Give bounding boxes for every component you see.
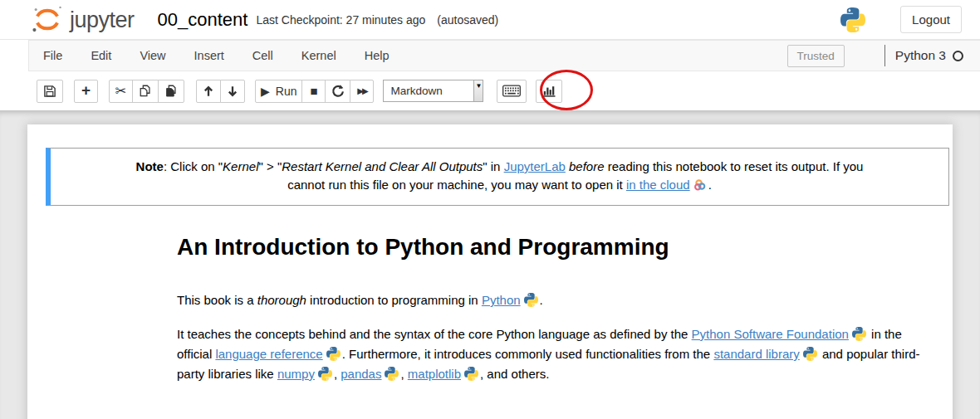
dropdown-strip: ▼ — [473, 80, 483, 101]
notebook-title[interactable]: 00_content — [158, 9, 248, 31]
chevron-down-icon: ▼ — [476, 83, 483, 101]
copy-icon — [138, 84, 153, 99]
trusted-badge[interactable]: Trusted — [787, 45, 845, 67]
save-button[interactable] — [37, 80, 63, 103]
logout-button[interactable]: Logout — [900, 6, 962, 33]
menu-insert[interactable]: Insert — [180, 41, 238, 71]
kernel-idle-icon — [953, 51, 963, 61]
content-link[interactable]: standard library — [713, 347, 818, 361]
description-paragraph: It teaches the concepts behind and the s… — [177, 324, 934, 384]
cut-cell-button[interactable]: ✂ — [109, 80, 133, 103]
stop-icon: ■ — [310, 85, 317, 97]
paste-cell-button[interactable] — [158, 80, 184, 103]
save-icon — [42, 84, 57, 99]
kernel-name: Python 3 — [895, 48, 946, 63]
chart-extension-button[interactable] — [536, 80, 562, 103]
python-icon — [464, 367, 478, 381]
restart-icon — [331, 84, 345, 98]
menu-cell[interactable]: Cell — [238, 41, 287, 71]
jupyter-logo-icon — [32, 3, 63, 37]
interrupt-kernel-button[interactable]: ■ — [301, 80, 326, 103]
scissors-icon: ✂ — [115, 85, 126, 98]
menubar: File Edit View Insert Cell Kernel Help T… — [28, 40, 980, 71]
markdown-cell[interactable]: An Introduction to Python and Programmin… — [177, 235, 934, 384]
run-cell-button[interactable]: ▶ Run — [255, 80, 302, 103]
command-palette-button[interactable] — [497, 80, 527, 103]
notebook-area: Note: Click on "Kernel" > "Restart Kerne… — [0, 110, 980, 419]
checkpoint-status: Last Checkpoint: 27 minutes ago — [256, 13, 425, 27]
restart-run-all-button[interactable]: ▶▶ — [350, 80, 374, 103]
autosave-status: (autosaved) — [437, 13, 498, 27]
python-icon — [852, 327, 866, 341]
play-icon: ▶ — [261, 85, 270, 97]
arrow-up-icon — [202, 85, 215, 98]
bar-chart-icon — [541, 84, 556, 98]
plus-icon: + — [81, 82, 91, 98]
kernel-divider — [884, 45, 885, 66]
content-link[interactable]: language reference — [215, 347, 341, 361]
content-link[interactable]: matplotlib — [408, 367, 480, 381]
menu-help[interactable]: Help — [350, 41, 404, 71]
jupyter-logo[interactable]: jupyter — [32, 3, 135, 37]
menu-kernel[interactable]: Kernel — [287, 41, 350, 71]
python-icon — [524, 293, 538, 307]
jupyter-wordmark: jupyter — [70, 3, 135, 37]
content-link[interactable]: Python Software Foundation — [692, 327, 868, 341]
notebook-header: jupyter 00_content Last Checkpoint: 27 m… — [0, 0, 980, 40]
content-link[interactable]: in the cloud — [626, 178, 690, 192]
move-cell-down-button[interactable] — [220, 80, 245, 103]
content-link[interactable]: Python — [482, 293, 540, 307]
run-label: Run — [276, 85, 297, 98]
menu-edit[interactable]: Edit — [76, 41, 125, 71]
content-link[interactable]: JupyterLab — [504, 159, 566, 173]
content-link[interactable]: pandas — [341, 367, 400, 381]
menu-view[interactable]: View — [125, 41, 179, 71]
keyboard-icon — [502, 85, 521, 97]
python-logo — [840, 7, 865, 32]
toolbar: + ✂ ▶ — [0, 71, 980, 110]
python-icon — [326, 347, 341, 361]
run-group: ▶ Run ■ ▶▶ — [255, 80, 374, 103]
python-icon — [318, 367, 332, 381]
notebook-page: Note: Click on "Kernel" > "Restart Kerne… — [27, 124, 953, 419]
python-icon — [803, 347, 817, 361]
restart-kernel-button[interactable] — [325, 80, 350, 103]
arrow-down-icon — [226, 85, 239, 98]
paste-icon — [164, 84, 179, 99]
cell-type-dropdown[interactable]: Markdown ▼ — [383, 80, 483, 102]
python-icon — [385, 367, 399, 381]
content-link[interactable]: numpy — [277, 367, 334, 381]
intro-paragraph: This book is a thorough introduction to … — [177, 290, 934, 310]
clipboard-group: ✂ — [109, 80, 184, 103]
fast-forward-icon: ▶▶ — [357, 86, 366, 95]
menu-file[interactable]: File — [29, 41, 76, 71]
copy-cell-button[interactable] — [132, 80, 159, 103]
note-cell[interactable]: Note: Click on "Kernel" > "Restart Kerne… — [46, 148, 949, 206]
binder-icon — [693, 178, 707, 192]
cell-type-value: Markdown — [384, 85, 473, 97]
page-title: An Introduction to Python and Programmin… — [177, 235, 934, 260]
move-cell-up-button[interactable] — [196, 80, 221, 103]
add-cell-button[interactable]: + — [74, 80, 98, 103]
move-group — [196, 80, 245, 103]
